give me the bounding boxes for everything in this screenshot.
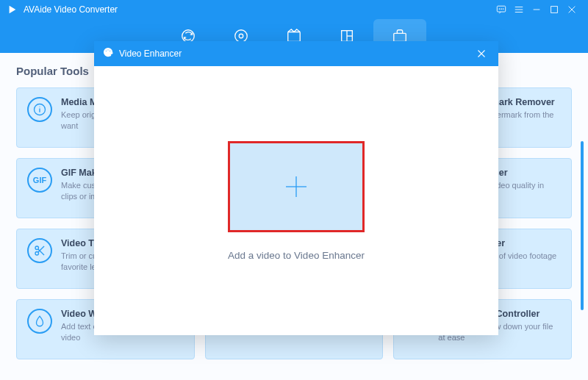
svg-point-14	[239, 34, 243, 38]
close-button[interactable]	[563, 1, 581, 18]
app-logo-icon	[7, 4, 18, 15]
modal-close-button[interactable]	[473, 46, 490, 62]
video-enhancer-modal: Video Enhancer Add a video to Video Enha…	[94, 41, 498, 335]
svg-line-28	[38, 249, 44, 255]
svg-point-13	[235, 30, 248, 43]
gif-icon: GIF	[27, 168, 52, 193]
info-icon	[27, 97, 52, 122]
svg-rect-9	[551, 7, 558, 13]
maximize-button[interactable]	[545, 1, 563, 18]
svg-point-27	[35, 252, 39, 256]
modal-body: Add a video to Video Enhancer	[94, 66, 498, 335]
scissors-icon	[27, 238, 52, 263]
svg-point-26	[35, 246, 39, 250]
plus-icon	[282, 172, 311, 201]
svg-rect-15	[288, 32, 301, 42]
titlebar: AVAide Video Converter	[0, 0, 588, 19]
svg-point-22	[39, 107, 40, 107]
add-video-dropzone[interactable]	[228, 141, 365, 232]
minimize-button[interactable]	[528, 1, 545, 18]
modal-title: Video Enhancer	[119, 49, 182, 59]
svg-point-35	[107, 49, 109, 51]
svg-point-36	[110, 50, 111, 51]
watermark-icon	[27, 309, 52, 334]
svg-marker-0	[10, 6, 16, 14]
svg-point-34	[106, 50, 107, 51]
dropzone-label: Add a video to Video Enhancer	[228, 250, 365, 261]
modal-header: Video Enhancer	[94, 41, 498, 66]
svg-line-29	[38, 246, 44, 252]
menu-button[interactable]	[510, 1, 528, 18]
app-title: AVAide Video Converter	[24, 4, 118, 15]
palette-icon	[103, 47, 113, 60]
scrollbar[interactable]	[581, 141, 584, 310]
svg-point-4	[503, 9, 503, 10]
svg-point-3	[501, 9, 502, 10]
svg-rect-19	[394, 33, 406, 41]
svg-point-2	[499, 9, 500, 10]
feedback-button[interactable]	[492, 1, 510, 18]
